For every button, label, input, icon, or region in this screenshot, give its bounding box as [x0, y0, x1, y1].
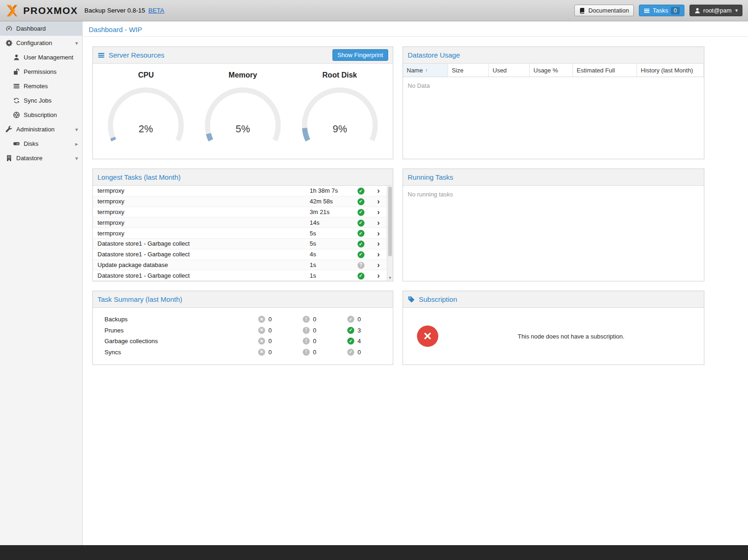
sidebar-item-configuration[interactable]: Configuration▾: [0, 36, 82, 50]
sidebar-item-permissions[interactable]: Permissions: [0, 65, 82, 79]
sidebar-item-label: Permissions: [24, 68, 57, 75]
status-ok-icon: ✓: [351, 229, 370, 237]
scrollbar[interactable]: ▾: [387, 186, 393, 281]
column-header-estimated-full[interactable]: Estimated Full: [573, 64, 637, 77]
proxmox-logo: PROXMOX: [6, 4, 78, 18]
beta-link[interactable]: BETA: [148, 7, 164, 14]
chevron-right-icon[interactable]: ›: [370, 272, 387, 280]
sidebar-item-datastore[interactable]: Datastore▾: [0, 151, 82, 165]
sidebar-item-remotes[interactable]: Remotes: [0, 79, 82, 93]
task-duration: 5s: [305, 230, 351, 237]
task-row[interactable]: Datastore store1 - Garbage collect4s✓›: [93, 249, 387, 260]
task-name: Datastore store1 - Garbage collect: [93, 240, 305, 247]
unlock-icon: [13, 68, 20, 75]
tasks-label: Tasks: [653, 7, 668, 14]
panel-title: Running Tasks: [408, 173, 453, 181]
sidebar-item-label: Remotes: [24, 83, 48, 90]
task-row[interactable]: termproxy14s✓›: [93, 217, 387, 228]
logo-text: PROXMOX: [23, 5, 78, 16]
sidebar-item-user-management[interactable]: User Management: [0, 50, 82, 65]
gauge-percent: 2%: [139, 124, 153, 135]
datastore-usage-header: Datastore Usage: [403, 47, 704, 64]
chevron-right-icon[interactable]: ›: [370, 197, 387, 205]
datastore-table-header: Name↑SizeUsedUsage %Estimated FullHistor…: [403, 64, 704, 77]
gauge-label: Root Disk: [293, 71, 386, 79]
task-row[interactable]: Update package database1s?›: [93, 260, 387, 271]
task-name: termproxy: [93, 187, 305, 194]
book-icon: [579, 7, 585, 14]
gauge-label: CPU: [99, 71, 192, 79]
column-header-size[interactable]: Size: [448, 64, 489, 77]
sidebar-item-subscription[interactable]: Subscription: [0, 108, 82, 122]
no-data-text: No Data: [403, 77, 704, 94]
summary-label: Garbage collections: [104, 338, 258, 345]
column-header-usage-[interactable]: Usage %: [530, 64, 573, 77]
task-name: termproxy: [93, 230, 305, 237]
chevron-right-icon[interactable]: ›: [370, 208, 387, 216]
gauge-percent: 9%: [332, 124, 347, 135]
ok-circle-icon: ✓: [347, 316, 354, 323]
server-resources-icon: [98, 52, 105, 59]
caret-down-icon[interactable]: ▾: [75, 126, 78, 133]
ok-circle-icon: ✓: [347, 349, 354, 356]
no-subscription-icon: ✕: [417, 326, 438, 347]
subscription-tag-icon: [408, 296, 415, 303]
task-duration: 3m 21s: [305, 208, 351, 215]
task-row[interactable]: termproxy3m 21s✓›: [93, 207, 387, 218]
summary-label: Backups: [104, 316, 258, 323]
documentation-button[interactable]: Documentation: [574, 5, 633, 16]
proxmox-x-icon: [6, 4, 20, 18]
column-header-history-last-month-[interactable]: History (last Month): [637, 64, 704, 77]
show-fingerprint-button[interactable]: Show Fingerprint: [332, 49, 388, 61]
sidebar-item-disks[interactable]: Disks▸: [0, 137, 82, 151]
scroll-down-icon[interactable]: ▾: [387, 275, 393, 281]
gauge-label: Memory: [196, 71, 289, 79]
status-unknown-icon: ?: [351, 261, 370, 269]
chevron-right-icon[interactable]: ›: [370, 261, 387, 269]
error-circle-icon: ✕: [258, 327, 265, 334]
sidebar-item-dashboard[interactable]: Dashboard: [0, 21, 82, 36]
panel-title: Task Summary (last Month): [98, 295, 182, 303]
status-ok-icon: ✓: [351, 219, 370, 227]
chevron-right-icon[interactable]: ›: [370, 187, 387, 195]
column-header-name[interactable]: Name↑: [403, 64, 448, 77]
sidebar-item-label: User Management: [24, 54, 73, 61]
task-name: termproxy: [93, 219, 305, 226]
sidebar-item-administration[interactable]: Administration▾: [0, 122, 82, 137]
scrollbar-thumb[interactable]: [388, 187, 392, 256]
task-row[interactable]: Datastore store1 - Garbage collect1s✓›: [93, 270, 387, 281]
task-summary-body: Backups✕0!0✓0Prunes✕0!0✓3Garbage collect…: [93, 308, 393, 365]
summary-error-count: ✕0: [258, 327, 303, 334]
caret-down-icon[interactable]: ▾: [75, 40, 78, 46]
task-row[interactable]: termproxy42m 58s✓›: [93, 196, 387, 207]
subscription-panel: Subscription ✕ This node does not have a…: [403, 291, 704, 365]
sidebar-item-label: Subscription: [24, 111, 57, 118]
datastore-usage-panel: Datastore Usage Name↑SizeUsedUsage %Esti…: [403, 46, 704, 159]
sidebar-nav: DashboardConfiguration▾User ManagementPe…: [0, 21, 82, 165]
user-menu-button[interactable]: root@pam ▾: [689, 5, 742, 16]
summary-row: Prunes✕0!0✓3: [93, 325, 393, 336]
task-row[interactable]: termproxy1h 38m 7s✓›: [93, 186, 387, 196]
column-header-used[interactable]: Used: [489, 64, 530, 77]
caret-right-icon[interactable]: ▸: [75, 141, 78, 147]
status-ok-icon: ✓: [351, 208, 370, 216]
chevron-right-icon[interactable]: ›: [370, 240, 387, 247]
summary-warning-count: !0: [303, 349, 347, 356]
tasks-button[interactable]: Tasks 0: [639, 5, 684, 16]
gauge-root-disk: Root Disk9%: [293, 68, 386, 159]
task-name: Update package database: [93, 261, 305, 268]
caret-down-icon: ▾: [735, 7, 738, 13]
building-icon: [6, 155, 13, 162]
sidebar-item-sync-jobs[interactable]: Sync Jobs: [0, 93, 82, 108]
task-list: termproxy1h 38m 7s✓›termproxy42m 58s✓›te…: [93, 186, 393, 281]
user-icon: [13, 54, 20, 61]
task-row[interactable]: Datastore store1 - Garbage collect5s✓›: [93, 239, 387, 249]
server-resources-header: Server Resources Show Fingerprint: [93, 47, 393, 64]
chevron-right-icon[interactable]: ›: [370, 250, 387, 258]
sidebar-item-label: Datastore: [16, 155, 42, 162]
task-row[interactable]: termproxy5s✓›: [93, 228, 387, 239]
chevron-right-icon[interactable]: ›: [370, 229, 387, 237]
caret-down-icon[interactable]: ▾: [75, 155, 78, 162]
chevron-right-icon[interactable]: ›: [370, 219, 387, 227]
panel-title: Server Resources: [109, 51, 164, 59]
